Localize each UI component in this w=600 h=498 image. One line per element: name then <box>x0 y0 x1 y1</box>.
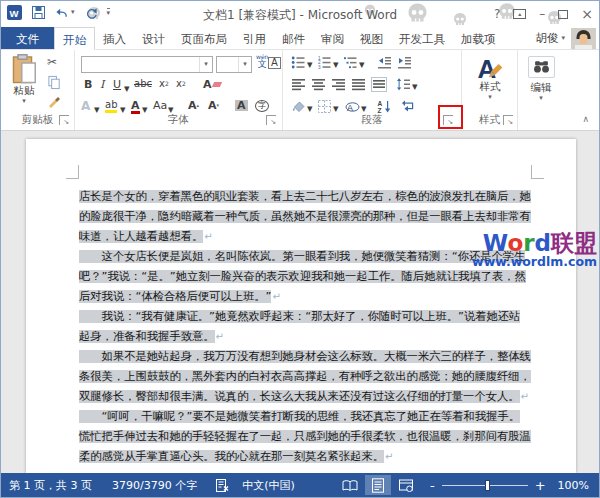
font-size-combo[interactable]: ▾ <box>216 56 252 73</box>
bullets-dropdown[interactable]: ▾ <box>307 59 313 70</box>
font-color-button[interactable]: A <box>131 100 140 114</box>
align-left-button[interactable] <box>291 77 306 92</box>
zoom-slider-thumb[interactable] <box>485 480 490 491</box>
text-effects-button[interactable]: A <box>81 100 90 112</box>
tab-review[interactable]: 审阅 <box>313 27 352 49</box>
clipboard-dialog-launcher[interactable]: ↘ <box>59 115 69 125</box>
undo-button[interactable]: ▾ <box>55 6 75 19</box>
increase-indent-button[interactable] <box>397 55 412 70</box>
font-dialog-launcher[interactable]: ↘ <box>266 115 276 125</box>
styles-icon <box>476 54 504 80</box>
zoom-out-button[interactable]: - <box>430 479 435 492</box>
tab-view[interactable]: 视图 <box>352 27 391 49</box>
change-case-button[interactable]: Aa <box>153 100 167 111</box>
show-hide-marks-button[interactable] <box>401 99 415 113</box>
highlight-color-button[interactable]: ab <box>105 100 117 113</box>
character-shading-button[interactable]: A <box>235 100 248 111</box>
read-mode-icon <box>342 479 358 492</box>
decrease-indent-icon <box>377 55 392 70</box>
read-mode-button[interactable] <box>337 475 363 495</box>
zoom-slider[interactable] <box>442 485 528 486</box>
subscript-button[interactable]: x2 <box>159 79 169 89</box>
decrease-indent-button[interactable] <box>377 55 392 70</box>
enclose-characters-button[interactable]: 字 <box>255 100 269 112</box>
word-count-indicator[interactable]: 3790/3790 个字 <box>112 478 197 493</box>
help-button[interactable]: ? <box>494 7 500 21</box>
styles-button[interactable]: 样式 ▾ <box>469 54 511 101</box>
underline-button[interactable]: U <box>113 79 121 90</box>
tab-mailings[interactable]: 邮件 <box>274 27 313 49</box>
borders-button[interactable] <box>317 99 332 114</box>
group-font: ▾ ▾ wén文 A B I U ▾ abc x2 x2 A A ▾ ab ▾ … <box>75 50 283 130</box>
paste-button[interactable]: 粘贴 ▾ <box>6 54 42 105</box>
font-name-combo[interactable]: ▾ <box>81 56 213 73</box>
cut-button[interactable]: ✂ <box>47 56 57 68</box>
distribute-button[interactable] <box>371 77 387 92</box>
minimize-button[interactable]: – <box>539 7 545 21</box>
numbering-button[interactable] <box>317 55 332 70</box>
launcher-arrow-icon: ↘ <box>507 119 513 126</box>
format-painter-button[interactable] <box>47 94 62 109</box>
margin-crop-mark <box>66 165 79 179</box>
print-layout-button[interactable] <box>365 475 391 495</box>
numbering-icon <box>317 55 332 70</box>
maximize-button[interactable] <box>558 10 568 19</box>
editing-button[interactable]: 编辑 ▾ <box>523 56 559 102</box>
paragraph-mark-icon: ↵ <box>521 391 529 402</box>
proofing-status-button[interactable] <box>215 478 230 493</box>
document-page[interactable]: 店长是个女的，穿着黑色的职业套装，看上去二十七八岁左右，棕色的波浪发扎在脑后，她… <box>26 139 576 473</box>
ribbon-display-options-button[interactable]: ▴ <box>513 9 526 19</box>
user-account-menu[interactable]: 胡俊▾ <box>531 27 569 49</box>
zoom-in-button[interactable]: + <box>535 479 546 492</box>
paragraph-mark-icon: ↵ <box>272 291 280 302</box>
line-spacing-button[interactable] <box>396 77 411 92</box>
tab-file[interactable]: 文件 <box>1 27 54 49</box>
language-indicator[interactable]: 中文(中国) <box>242 478 295 493</box>
page-number-indicator[interactable]: 第 1 页，共 3 页 <box>9 478 92 493</box>
tab-developer[interactable]: 开发工具 <box>391 27 453 49</box>
formatting-marks-icon <box>401 99 415 113</box>
underline-dropdown[interactable]: ▾ <box>124 83 130 94</box>
phonetic-guide-button[interactable]: wén文 <box>256 54 268 69</box>
numbering-dropdown[interactable]: ▾ <box>333 59 339 70</box>
zoom-level[interactable]: 100% <box>558 479 589 492</box>
shrink-font-button[interactable]: A▾ <box>208 100 219 111</box>
tab-home[interactable]: 开始 <box>54 27 95 50</box>
save-button[interactable] <box>31 5 46 20</box>
justify-button[interactable] <box>351 77 366 92</box>
tab-references[interactable]: 引用 <box>235 27 274 49</box>
copy-button[interactable] <box>47 75 62 90</box>
user-avatar[interactable] <box>571 28 596 49</box>
styles-dialog-launcher[interactable]: ↘ <box>503 115 513 125</box>
paragraph-group-label: 段落 <box>283 113 461 127</box>
web-layout-button[interactable] <box>393 475 419 495</box>
customize-qat-button[interactable]: ▾ <box>107 8 111 17</box>
character-border-button[interactable]: A <box>268 57 281 69</box>
align-center-button[interactable] <box>311 77 326 92</box>
tab-addins[interactable]: 加载项 <box>453 27 504 49</box>
shading-button[interactable] <box>291 99 306 114</box>
multilevel-dropdown[interactable]: ▾ <box>359 59 365 70</box>
sort-button[interactable] <box>377 99 392 114</box>
bold-button[interactable]: B <box>84 79 92 90</box>
ribbon: 粘贴 ▾ ✂ 剪贴板 ↘ ▾ ▾ wén文 A B I U ▾ abc x2 x… <box>1 50 599 131</box>
collapse-ribbon-button[interactable]: ∧ <box>582 114 589 124</box>
italic-button[interactable]: I <box>100 79 104 90</box>
redo-button[interactable] <box>84 6 98 19</box>
line-spacing-dropdown[interactable]: ▾ <box>412 81 418 92</box>
align-right-button[interactable] <box>331 77 346 92</box>
document-text[interactable]: 店长是个女的，穿着黑色的职业套装，看上去二十七八岁左右，棕色的波浪发扎在脑后，她… <box>79 187 531 467</box>
superscript-button[interactable]: x2 <box>176 79 186 89</box>
strikethrough-button[interactable]: abc <box>134 79 152 89</box>
asian-layout-icon <box>345 99 360 114</box>
close-button[interactable]: × <box>581 6 593 22</box>
bullets-button[interactable] <box>291 55 306 70</box>
tab-insert[interactable]: 插入 <box>95 27 134 49</box>
increase-indent-icon <box>397 55 412 70</box>
tab-page-layout[interactable]: 页面布局 <box>173 27 235 49</box>
tab-design[interactable]: 设计 <box>134 27 173 49</box>
grow-font-button[interactable]: A▴ <box>188 100 199 111</box>
clear-formatting-button[interactable]: A <box>203 79 221 90</box>
multilevel-list-button[interactable] <box>343 55 358 70</box>
asian-layout-button[interactable] <box>345 99 360 114</box>
